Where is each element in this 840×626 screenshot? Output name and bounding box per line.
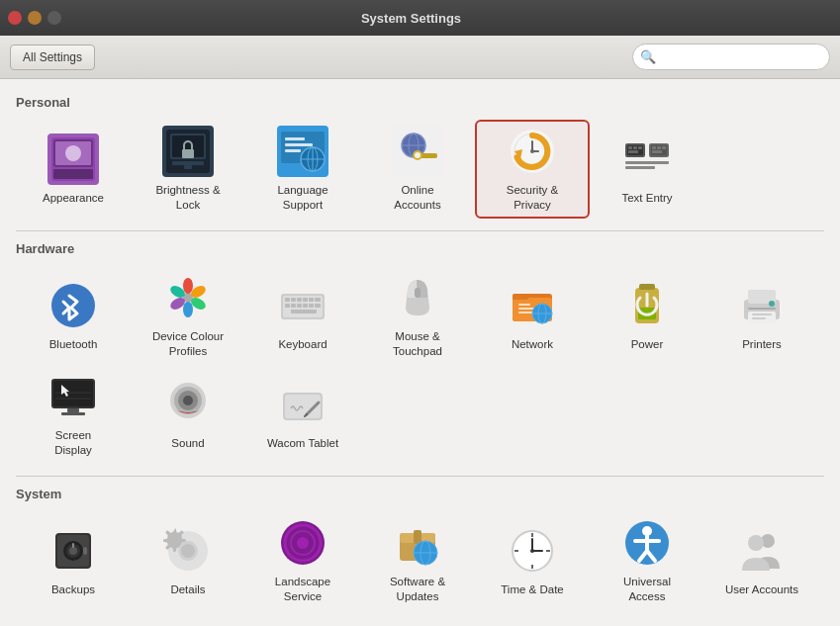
minimize-button[interactable]: – (28, 11, 42, 25)
bluetooth-icon (47, 280, 99, 331)
svg-rect-68 (309, 298, 314, 302)
online-accounts-icon (392, 126, 443, 177)
item-details[interactable]: Details (131, 511, 245, 610)
svg-rect-67 (303, 298, 308, 302)
software-updates-label: Software &Updates (390, 575, 445, 604)
system-grid: Backups Details (16, 511, 824, 610)
keyboard-label: Keyboard (278, 337, 327, 352)
landscape-service-icon (277, 517, 328, 569)
network-icon (507, 280, 558, 331)
svg-rect-43 (638, 146, 642, 149)
item-security-privacy[interactable]: Security &Privacy (475, 120, 590, 219)
item-wacom-tablet[interactable]: Wacom Tablet (245, 365, 360, 464)
search-container: 🔍 (632, 44, 830, 70)
item-bluetooth[interactable]: Bluetooth (16, 266, 131, 365)
item-power[interactable]: Power (590, 266, 704, 365)
item-keyboard[interactable]: Keyboard (245, 266, 360, 365)
item-text-entry[interactable]: Text Entry (590, 120, 704, 219)
item-time-date[interactable]: Time & Date (475, 511, 590, 610)
item-backups[interactable]: Backups (16, 511, 131, 610)
user-accounts-icon (736, 525, 788, 577)
svg-rect-52 (625, 166, 655, 169)
svg-rect-49 (662, 146, 666, 149)
svg-rect-47 (652, 146, 656, 149)
divider-system (16, 476, 824, 477)
window-controls: × – □ (8, 11, 61, 25)
search-input[interactable] (632, 44, 830, 70)
svg-line-116 (305, 414, 307, 416)
svg-point-147 (530, 549, 534, 553)
svg-rect-42 (633, 146, 637, 149)
close-button[interactable]: × (8, 11, 22, 25)
svg-rect-73 (303, 304, 308, 308)
item-mouse-touchpad[interactable]: Mouse &Touchpad (360, 266, 475, 365)
svg-rect-81 (513, 294, 528, 300)
svg-rect-16 (285, 143, 313, 146)
svg-rect-10 (182, 149, 194, 158)
svg-rect-48 (657, 146, 661, 149)
printers-label: Printers (742, 337, 782, 352)
landscape-service-label: LandscapeService (275, 575, 330, 604)
power-icon (621, 280, 673, 331)
item-online-accounts[interactable]: OnlineAccounts (360, 120, 475, 219)
item-sound[interactable]: Sound (131, 365, 245, 464)
svg-rect-66 (297, 298, 302, 302)
section-personal: Personal Appearance (16, 95, 824, 219)
svg-rect-82 (518, 304, 530, 306)
item-printers[interactable]: Printers (704, 266, 819, 365)
svg-rect-50 (652, 150, 662, 153)
svg-rect-15 (285, 137, 305, 140)
item-software-updates[interactable]: Software &Updates (360, 511, 475, 610)
mouse-touchpad-icon (392, 272, 443, 323)
security-privacy-label: Security &Privacy (507, 183, 558, 213)
svg-rect-78 (415, 288, 420, 298)
language-support-icon (277, 126, 328, 177)
svg-rect-64 (285, 298, 290, 302)
section-label-hardware: Hardware (16, 241, 824, 256)
item-appearance[interactable]: Appearance (16, 120, 131, 219)
item-brightness-lock[interactable]: Brightness &Lock (131, 120, 245, 219)
network-label: Network (512, 337, 553, 352)
item-language-support[interactable]: LanguageSupport (245, 120, 360, 219)
bluetooth-label: Bluetooth (49, 337, 98, 352)
wacom-tablet-icon (277, 379, 328, 430)
item-universal-access[interactable]: UniversalAccess (590, 511, 704, 610)
svg-rect-11 (172, 161, 204, 165)
svg-point-100 (769, 301, 775, 307)
svg-rect-75 (315, 304, 321, 308)
security-privacy-icon (507, 126, 558, 177)
item-landscape-service[interactable]: LandscapeService (245, 511, 360, 610)
window-title: System Settings (69, 11, 753, 26)
svg-rect-107 (61, 412, 85, 415)
power-label: Power (631, 337, 664, 352)
device-colour-profiles-label: Device ColourProfiles (152, 329, 224, 359)
hardware-grid: Bluetooth Device ColourPro (16, 266, 824, 464)
svg-rect-123 (83, 547, 87, 555)
svg-point-130 (297, 537, 309, 549)
svg-rect-99 (748, 308, 776, 310)
svg-point-5 (65, 145, 81, 161)
section-hardware: Hardware Bluetooth (16, 241, 824, 464)
item-user-accounts[interactable]: User Accounts (704, 511, 819, 610)
universal-access-icon (621, 517, 673, 569)
sound-label: Sound (171, 436, 204, 451)
svg-rect-41 (628, 146, 632, 149)
svg-point-56 (183, 278, 193, 294)
titlebar: × – □ System Settings (0, 0, 840, 36)
main-content: Personal Appearance (0, 79, 840, 626)
item-screen-display[interactable]: ScreenDisplay (16, 365, 131, 464)
details-label: Details (170, 582, 205, 597)
time-date-label: Time & Date (501, 582, 563, 597)
item-network[interactable]: Network (475, 266, 590, 365)
time-date-icon (507, 525, 558, 577)
maximize-button[interactable]: □ (47, 11, 61, 25)
screen-display-icon (47, 371, 99, 422)
item-device-colour-profiles[interactable]: Device ColourProfiles (131, 266, 245, 365)
svg-rect-70 (285, 304, 290, 308)
universal-access-label: UniversalAccess (623, 575, 671, 604)
all-settings-button[interactable]: All Settings (10, 45, 95, 70)
svg-rect-44 (628, 150, 638, 153)
backups-label: Backups (51, 582, 95, 597)
svg-rect-98 (752, 317, 766, 319)
svg-rect-72 (297, 304, 302, 308)
